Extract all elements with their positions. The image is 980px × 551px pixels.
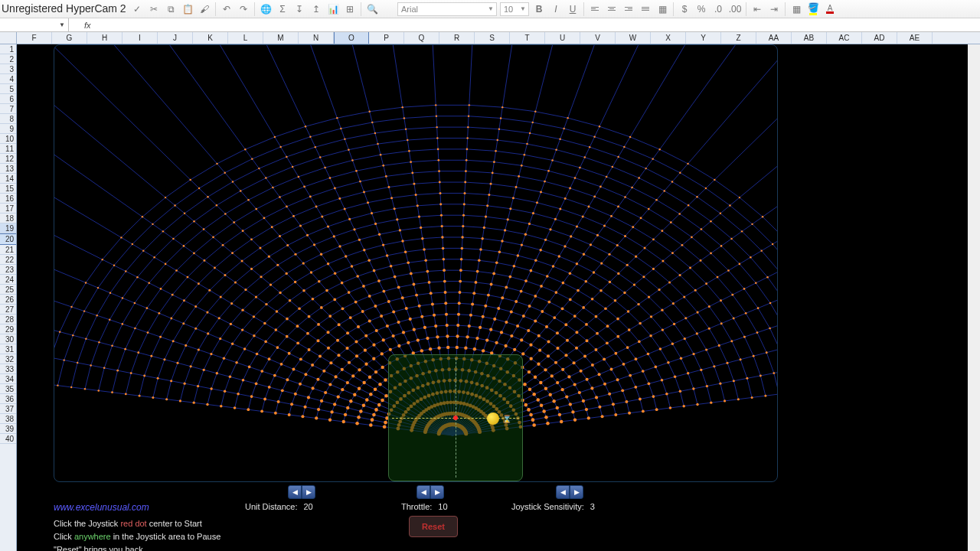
column-header-G[interactable]: G: [52, 32, 87, 44]
row-header-4[interactable]: 4: [0, 74, 16, 84]
column-header-Y[interactable]: Y: [686, 32, 721, 44]
column-header-V[interactable]: V: [580, 32, 616, 44]
row-header-23[interactable]: 23: [0, 265, 16, 275]
row-header-19[interactable]: 19: [0, 223, 16, 233]
row-header-9[interactable]: 9: [0, 124, 16, 134]
format-paint-icon[interactable]: 🖌: [198, 2, 211, 16]
throttle-increment[interactable]: ▶: [430, 485, 444, 499]
worksheet-area[interactable]: ⌛ www.excelunusual.com ◀▶Unit Distance:2…: [17, 44, 980, 551]
joystick-center-dot[interactable]: [453, 416, 458, 420]
row-header-22[interactable]: 22: [0, 255, 16, 265]
font-size-select[interactable]: 10 ▼: [500, 2, 529, 16]
row-header-21[interactable]: 21: [0, 245, 16, 255]
column-header-AA[interactable]: AA: [756, 32, 792, 44]
align-center-icon[interactable]: [605, 2, 619, 16]
row-header-10[interactable]: 10: [0, 134, 16, 144]
column-header-J[interactable]: J: [158, 32, 193, 44]
throttle-decrement[interactable]: ◀: [416, 485, 430, 499]
decimal-add-icon[interactable]: .00: [728, 2, 742, 16]
row-header-3[interactable]: 3: [0, 64, 16, 74]
navigator-icon[interactable]: ⊞: [343, 2, 357, 16]
paste-icon[interactable]: 📋: [181, 2, 194, 16]
row-header-13[interactable]: 13: [0, 164, 16, 174]
column-header-H[interactable]: H: [87, 32, 122, 44]
bold-button[interactable]: B: [532, 2, 546, 16]
unit-distance-increment[interactable]: ▶: [302, 485, 315, 499]
sort-desc-icon[interactable]: ↥: [309, 2, 323, 16]
row-header-36[interactable]: 36: [0, 394, 16, 404]
row-header-31[interactable]: 31: [0, 344, 16, 354]
row-header-39[interactable]: 39: [0, 424, 16, 434]
row-header-37[interactable]: 37: [0, 404, 16, 414]
column-header-AD[interactable]: AD: [862, 32, 897, 44]
row-header-1[interactable]: 1: [0, 44, 16, 54]
column-header-R[interactable]: R: [439, 32, 475, 44]
row-header-32[interactable]: 32: [0, 354, 16, 364]
column-header-AE[interactable]: AE: [897, 32, 933, 44]
hyperlink-icon[interactable]: 🌐: [259, 2, 273, 16]
column-header-X[interactable]: X: [651, 32, 686, 44]
merge-cells-icon[interactable]: ▦: [655, 2, 669, 16]
row-header-20[interactable]: 20: [0, 233, 16, 245]
row-header-15[interactable]: 15: [0, 184, 16, 194]
column-header-AB[interactable]: AB: [792, 32, 827, 44]
row-header-30[interactable]: 30: [0, 334, 16, 344]
row-header-38[interactable]: 38: [0, 414, 16, 424]
column-header-L[interactable]: L: [228, 32, 263, 44]
name-box[interactable]: ▼: [0, 18, 69, 31]
row-header-27[interactable]: 27: [0, 305, 16, 315]
column-header-F[interactable]: F: [17, 32, 52, 44]
website-link[interactable]: www.excelunusual.com: [54, 502, 149, 513]
row-header-16[interactable]: 16: [0, 194, 16, 204]
align-left-icon[interactable]: [588, 2, 602, 16]
row-header-11[interactable]: 11: [0, 144, 16, 154]
align-justify-icon[interactable]: [639, 2, 652, 16]
row-header-7[interactable]: 7: [0, 104, 16, 114]
currency-icon[interactable]: $: [678, 2, 691, 16]
joystick-handle[interactable]: [487, 412, 499, 425]
decrease-indent-icon[interactable]: ⇤: [750, 2, 764, 16]
cut-icon[interactable]: ✂: [147, 2, 161, 16]
row-header-29[interactable]: 29: [0, 324, 16, 334]
percent-icon[interactable]: %: [694, 2, 708, 16]
unit-distance-decrement[interactable]: ◀: [288, 485, 302, 499]
column-header-N[interactable]: N: [299, 32, 334, 44]
column-header-U[interactable]: U: [545, 32, 580, 44]
select-all-corner[interactable]: [0, 32, 17, 44]
copy-icon[interactable]: ⧉: [164, 2, 178, 16]
row-header-5[interactable]: 5: [0, 84, 16, 94]
row-header-2[interactable]: 2: [0, 54, 16, 64]
borders-icon[interactable]: ▦: [789, 2, 803, 16]
column-header-W[interactable]: W: [616, 32, 651, 44]
column-header-Q[interactable]: Q: [404, 32, 439, 44]
row-header-12[interactable]: 12: [0, 154, 16, 164]
spellcheck-icon[interactable]: ✓: [130, 2, 144, 16]
autosum-icon[interactable]: Σ: [276, 2, 289, 16]
row-header-8[interactable]: 8: [0, 114, 16, 124]
joystick-sensitivity-increment[interactable]: ▶: [570, 485, 583, 499]
highlight-color-icon[interactable]: 🪣: [806, 2, 820, 16]
increase-indent-icon[interactable]: ⇥: [767, 2, 781, 16]
column-header-O[interactable]: O: [334, 32, 369, 44]
decimal-remove-icon[interactable]: .0: [711, 2, 725, 16]
row-header-14[interactable]: 14: [0, 174, 16, 184]
column-header-AC[interactable]: AC: [827, 32, 862, 44]
joystick-area[interactable]: ⌛: [388, 354, 523, 481]
chart-icon[interactable]: 📊: [326, 2, 340, 16]
row-header-34[interactable]: 34: [0, 374, 16, 384]
redo-icon[interactable]: ↷: [237, 2, 250, 16]
zoom-icon[interactable]: 🔍: [365, 2, 379, 16]
italic-button[interactable]: I: [549, 2, 563, 16]
column-header-K[interactable]: K: [193, 32, 228, 44]
row-header-25[interactable]: 25: [0, 285, 16, 295]
row-header-18[interactable]: 18: [0, 214, 16, 223]
undo-icon[interactable]: ↶: [220, 2, 234, 16]
vertical-scrollbar[interactable]: [968, 44, 980, 551]
sort-asc-icon[interactable]: ↧: [292, 2, 306, 16]
underline-button[interactable]: U: [566, 2, 580, 16]
column-header-Z[interactable]: Z: [721, 32, 756, 44]
column-header-I[interactable]: I: [122, 32, 158, 44]
row-header-28[interactable]: 28: [0, 315, 16, 324]
row-header-17[interactable]: 17: [0, 204, 16, 214]
align-right-icon[interactable]: [622, 2, 635, 16]
